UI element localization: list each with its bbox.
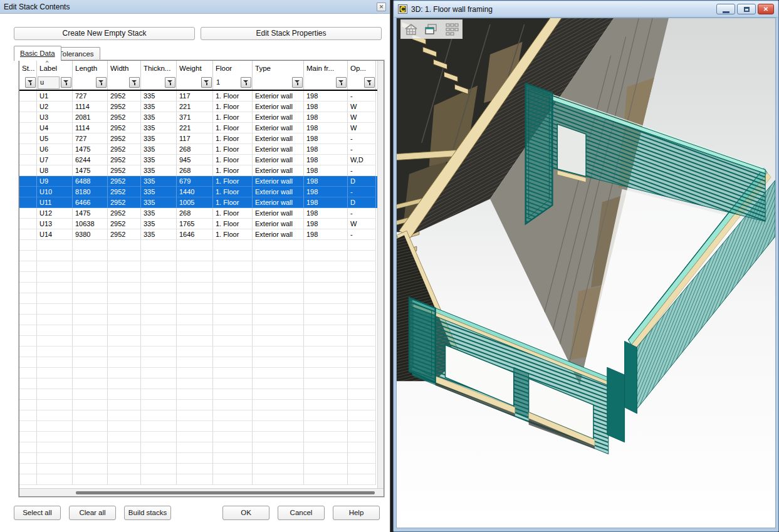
filter-icon[interactable] (165, 77, 175, 88)
filter-cell: u (37, 76, 73, 90)
filter-cell (141, 76, 177, 90)
column-header[interactable]: Width (108, 61, 141, 76)
table-row[interactable]: U572729523351171. FloorExterior wall198- (19, 133, 377, 144)
table-body: U172729523351171. FloorExterior wall198-… (19, 91, 377, 485)
empty-row (19, 453, 377, 464)
empty-row (19, 283, 377, 293)
filter-icon[interactable] (201, 77, 212, 88)
filter-icon[interactable] (129, 77, 140, 88)
filter-cell (253, 76, 304, 90)
empty-row (19, 432, 377, 442)
table-row[interactable]: U7624429523359451. FloorExterior wall198… (19, 155, 377, 165)
table-row[interactable]: U172729523351171. FloorExterior wall198- (19, 91, 377, 102)
grid-cells-icon[interactable] (444, 22, 460, 37)
empty-row (19, 464, 377, 474)
viewer-titlebar[interactable]: 3D: 1. Floor wall framing ✕ (394, 1, 778, 18)
empty-row (19, 240, 377, 251)
tab-basic-data[interactable]: Basic Data (14, 46, 61, 61)
house-framing-icon[interactable] (403, 22, 419, 37)
empty-row (19, 336, 377, 347)
empty-row (19, 347, 377, 357)
table-row[interactable]: U12147529523352681. FloorExterior wall19… (19, 208, 377, 219)
viewport-3d[interactable] (396, 18, 776, 528)
table-row[interactable]: U3208129523353711. FloorExterior wall198… (19, 112, 377, 123)
column-header[interactable]: Main fr... (304, 61, 348, 76)
horizontal-scrollbar[interactable] (19, 488, 384, 496)
table-row[interactable]: U116466295233510051. FloorExterior wall1… (19, 197, 377, 208)
vertical-scrollbar[interactable] (377, 61, 384, 488)
close-icon[interactable]: ✕ (377, 3, 386, 11)
ok-button[interactable]: OK (222, 506, 269, 520)
empty-row (19, 421, 377, 432)
cascade-windows-icon[interactable] (423, 22, 439, 37)
edit-stack-contents-dialog: Edit Stack Contents ✕ Create New Empty S… (0, 0, 390, 532)
column-header[interactable]: Op... (348, 61, 376, 76)
stack-table: St...Label^LengthWidthThickn...WeightFlo… (19, 60, 384, 497)
app-icon (398, 4, 407, 14)
table-header-row: St...Label^LengthWidthThickn...WeightFlo… (19, 61, 377, 76)
empty-row (19, 442, 377, 453)
column-header[interactable]: Weight (177, 61, 213, 76)
close-icon[interactable]: ✕ (758, 4, 774, 14)
filter-cell (177, 76, 213, 90)
filter-cell (348, 76, 376, 90)
empty-row (19, 400, 377, 410)
filter-icon[interactable] (96, 77, 107, 88)
table-row[interactable]: U6147529523352681. FloorExterior wall198… (19, 144, 377, 155)
restore-icon[interactable] (737, 4, 756, 14)
table-row[interactable]: U1310638295233517651. FloorExterior wall… (19, 219, 377, 229)
table-row[interactable]: U2111429523352211. FloorExterior wall198… (19, 102, 377, 112)
filter-icon[interactable] (241, 77, 251, 88)
filter-input[interactable]: u (38, 76, 60, 89)
help-button[interactable]: Help (333, 506, 380, 520)
filter-icon[interactable] (292, 77, 303, 88)
empty-row (19, 272, 377, 283)
empty-row (19, 474, 377, 485)
filter-cell (304, 76, 348, 90)
3d-view-window: 3D: 1. Floor wall framing ✕ (393, 0, 779, 532)
scrollbar-thumb[interactable] (76, 491, 375, 494)
viewer-title: 3D: 1. Floor wall framing (411, 5, 493, 14)
filter-cell (73, 76, 108, 90)
empty-row (19, 378, 377, 389)
filter-cell (19, 76, 37, 90)
column-header[interactable]: St... (19, 61, 37, 76)
create-new-empty-stack-button[interactable]: Create New Empty Stack (14, 27, 195, 40)
column-header[interactable]: Type (253, 61, 304, 76)
build-stacks-button[interactable]: Build stacks (124, 506, 171, 520)
table-row[interactable]: U149380295233516461. FloorExterior wall1… (19, 229, 377, 240)
cancel-button[interactable]: Cancel (278, 506, 325, 520)
table-row[interactable]: U9648829523356791. FloorExterior wall198… (19, 176, 377, 187)
empty-row (19, 325, 377, 336)
dialog-title: Edit Stack Contents (4, 3, 70, 11)
filter-input[interactable]: 1 (214, 76, 239, 89)
minimize-icon[interactable] (716, 4, 735, 14)
table-row[interactable]: U108180295233514401. FloorExterior wall1… (19, 187, 377, 197)
filter-cell: 1 (213, 76, 253, 90)
filter-icon[interactable] (364, 77, 375, 88)
column-header[interactable]: Floor (213, 61, 253, 76)
select-all-button[interactable]: Select all (14, 506, 61, 520)
filter-cell (108, 76, 141, 90)
filter-icon[interactable] (336, 77, 347, 88)
dialog-titlebar[interactable]: Edit Stack Contents ✕ (0, 0, 390, 14)
filter-icon[interactable] (61, 77, 71, 88)
column-header[interactable]: Label^ (37, 61, 73, 76)
viewport-toolbar (400, 19, 463, 39)
table-row[interactable]: U4111429523352211. FloorExterior wall198… (19, 123, 377, 133)
empty-row (19, 389, 377, 400)
filter-icon[interactable] (25, 77, 36, 88)
empty-row (19, 315, 377, 325)
column-header[interactable]: Length (73, 61, 108, 76)
edit-stack-properties-button[interactable]: Edit Stack Properties (201, 27, 382, 40)
empty-row (19, 357, 377, 368)
3d-scene (397, 18, 775, 528)
empty-row (19, 368, 377, 378)
empty-row (19, 261, 377, 272)
table-row[interactable]: U8147529523352681. FloorExterior wall198… (19, 165, 377, 176)
table-filter-row: u1 (19, 76, 377, 91)
clear-all-button[interactable]: Clear all (69, 506, 116, 520)
empty-row (19, 251, 377, 261)
column-header[interactable]: Thickn... (141, 61, 177, 76)
empty-row (19, 293, 377, 304)
